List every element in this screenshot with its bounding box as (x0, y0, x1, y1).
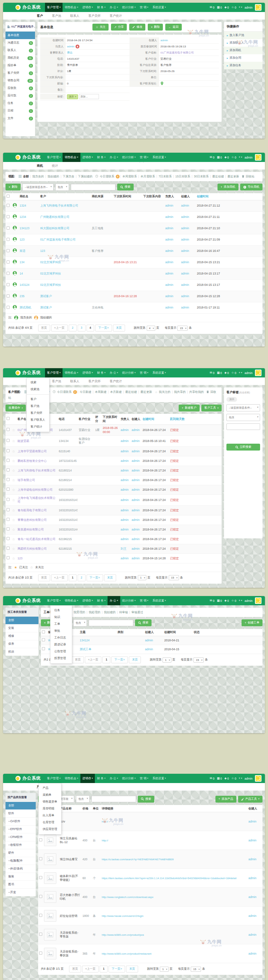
dropdown-menu-item[interactable]: 客户关怀 (27, 410, 49, 417)
nav-item-7[interactable]: 系统设置▾ (150, 153, 168, 162)
row-checkbox[interactable] (6, 508, 10, 511)
nav-item-2[interactable]: 进销存▾ (80, 368, 95, 377)
row-checkbox[interactable] (6, 306, 10, 309)
nav-item-5[interactable]: 统计分析▾ (120, 368, 138, 377)
cell-link[interactable]: 测试客户 (40, 294, 52, 298)
view-link[interactable]: 下属负责 (62, 175, 75, 178)
dropdown-menu-item[interactable]: 产品 (39, 785, 61, 792)
cell-link[interactable]: admin (121, 469, 129, 472)
cell-link[interactable]: admin (181, 272, 189, 275)
view-link[interactable]: 本周新建 (94, 390, 107, 394)
row-checkbox[interactable] (6, 468, 10, 471)
cell-link[interactable]: admin (132, 488, 139, 492)
cell-link[interactable]: admin (165, 294, 173, 298)
nav-item-7[interactable]: 系统设置▾ (150, 596, 168, 605)
last-page-button[interactable]: 末页 (113, 325, 125, 331)
row-checkbox[interactable] (6, 459, 10, 462)
favorite-star-icon[interactable]: ☆ (12, 547, 15, 551)
cell-link[interactable]: admin (121, 488, 129, 492)
dropdown-menu-item[interactable]: 库存明细 (39, 805, 61, 812)
select-all-checkbox[interactable] (5, 193, 12, 200)
quick-action-item[interactable]: ▸添加合同 (224, 54, 263, 62)
nav-item-2[interactable]: 进销存▾ (80, 596, 95, 605)
favorite-star-icon[interactable]: ☆ (12, 557, 15, 560)
favorite-star-icon[interactable]: ☆ (12, 428, 15, 432)
cell-link[interactable]: admin (121, 450, 129, 453)
jump-page-select[interactable]: 1 (160, 967, 168, 972)
cell-link[interactable]: 134123 (19, 226, 29, 230)
category-item[interactable]: --电脑/配件 (5, 857, 36, 865)
cell-link[interactable]: 123 (40, 249, 45, 253)
add-button[interactable]: +添加产品 (215, 796, 236, 803)
row-checkbox[interactable] (6, 294, 10, 298)
tools-button[interactable]: 产品工具▾ (238, 796, 263, 803)
cell-link[interactable]: 刘王 (121, 547, 126, 550)
view-link[interactable]: 7日未联系 (158, 175, 172, 178)
cell-link[interactable]: http:// (102, 820, 108, 823)
cell-link[interactable]: 青岛一站式通讯技术有限公司 (18, 537, 56, 541)
quick-action-item[interactable]: ▸放入客户池 (224, 32, 263, 39)
nav-item-4[interactable]: 办 公▾ (108, 153, 120, 162)
view-link[interactable]: 全部 (22, 175, 30, 178)
nav-item-5[interactable]: 统计分析▾ (120, 153, 138, 162)
subnav-item[interactable]: 客户关怀 (88, 14, 100, 18)
view-link[interactable]: 最近更新 (227, 175, 240, 178)
cell-link[interactable]: 能波贸易 (18, 439, 29, 443)
nav-item-0[interactable]: 客户管理▾ (45, 153, 62, 162)
first-page-button[interactable]: 首页 (38, 325, 50, 331)
dropdown-menu-item[interactable]: 线索 (27, 379, 49, 386)
cell-link[interactable]: 聚美通科技有限公司 (18, 528, 44, 531)
action-button[interactable]: 客户工具▾ (201, 404, 222, 411)
category-item[interactable]: 维修 (5, 632, 38, 640)
category-item[interactable]: 保养 (5, 640, 38, 648)
view-link[interactable]: 我负责的 (32, 175, 45, 178)
sidebar-item[interactable]: 销售合同24 (5, 77, 35, 84)
cell-link[interactable]: admin (165, 272, 173, 275)
nav-item-1[interactable]: 销售机会▾ (62, 153, 80, 162)
cell-link[interactable]: admin (165, 238, 173, 241)
category-item[interactable]: --ERP软件 (5, 825, 36, 833)
favorite-star-icon[interactable]: ☆ (12, 450, 15, 453)
nav-item-6[interactable]: 营 销▾ (138, 153, 150, 162)
dropdown-menu-item[interactable]: 客户统计 (27, 423, 49, 430)
cell-link[interactable]: http://www.rongtatech.com/cn/download.as… (102, 896, 153, 899)
nav-item-3[interactable]: 财 务▾ (95, 153, 108, 162)
cell-link[interactable]: https://item.taobao.com/item.htm?spm=a23… (102, 877, 236, 880)
nav-item-2[interactable]: 进销存▾ (80, 774, 95, 783)
nav-item-3[interactable]: 财 务▾ (95, 3, 108, 12)
nav-item-0[interactable]: 客户管理▾ (45, 774, 62, 783)
cell-link[interactable]: http:// (102, 839, 108, 842)
cell-link[interactable]: admin (181, 204, 189, 207)
cell-link[interactable]: admin (121, 528, 129, 531)
cell-link[interactable]: http://www.td365.com.cn/product/pos (102, 933, 144, 936)
cell-link[interactable]: admin (132, 557, 139, 560)
cell-link[interactable]: admin (132, 518, 139, 522)
cell-link[interactable]: admin (165, 261, 173, 264)
row-checkbox[interactable] (6, 498, 10, 501)
sidebar-item[interactable]: 文件2 (5, 115, 35, 122)
row-checkbox[interactable] (6, 439, 10, 442)
view-link[interactable]: 我受理的 (73, 611, 86, 614)
cell-link[interactable]: admin (249, 820, 256, 823)
cell-link[interactable]: admin (132, 469, 139, 472)
nav-item-4[interactable]: 办 公▾ (108, 3, 120, 12)
cell-link[interactable]: 1324 (19, 204, 26, 207)
row-checkbox[interactable] (39, 895, 42, 898)
cell-link[interactable]: 青岛银商电子有限公司 (18, 509, 47, 512)
last-page-button[interactable]: 末页 (104, 574, 116, 581)
search-now-button[interactable]: 立即搜索 (227, 444, 260, 450)
status-mail[interactable]: ✉0 (210, 371, 214, 375)
cell-link[interactable]: 235 (19, 294, 24, 298)
cell-link[interactable]: admin (165, 306, 173, 309)
row-checkbox[interactable] (6, 449, 10, 452)
status-star[interactable]: ☆0 (231, 6, 236, 9)
cell-link[interactable]: admin (132, 547, 139, 550)
row-checkbox[interactable] (39, 838, 42, 842)
per-page-select[interactable]: 15 (177, 326, 188, 331)
status-star[interactable]: ☆0 (231, 371, 236, 375)
favorite-star-icon[interactable]: ☆ (12, 439, 15, 443)
per-page-select[interactable]: 15 (193, 657, 204, 663)
dropdown-menu-item[interactable]: 供应商管理 (39, 826, 61, 833)
view-link[interactable]: 30日未联系 (193, 175, 209, 178)
next-page-button[interactable]: 下一页» (111, 656, 128, 663)
